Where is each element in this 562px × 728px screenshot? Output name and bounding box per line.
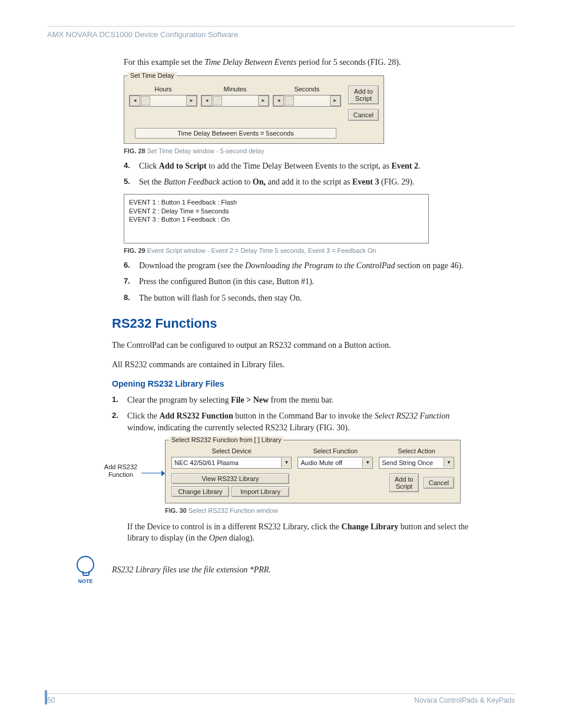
time-delay-summary: Time Delay Between Events = 5seconds xyxy=(135,128,336,139)
fig30-side-label: Add RS232 Function xyxy=(100,440,141,479)
event-line: EVENT 2 : Delay Time = 5seconds xyxy=(129,207,424,216)
step-list-c: 1.Clear the program by selecting File > … xyxy=(112,394,471,434)
page-number: 50 xyxy=(47,696,55,704)
event-line: EVENT 3 : Button 1 Feedback : On xyxy=(129,215,424,224)
section-title-rs232: RS232 Functions xyxy=(112,316,471,331)
chevron-down-icon[interactable]: ▼ xyxy=(444,458,454,467)
fig30-window: Select RS232 Function from [ ] Library S… xyxy=(165,440,461,503)
note-text: RS232 Library files use the file extensi… xyxy=(112,565,271,575)
footer-doc-title: Novara ControlPads & KeyPads xyxy=(414,696,515,704)
import-library-button[interactable]: Import Library xyxy=(232,486,289,497)
seconds-scroll[interactable]: ◄ ► xyxy=(273,95,341,107)
left-arrow-icon[interactable]: ◄ xyxy=(201,95,212,106)
step-list-b: 6.Download the program (see the Download… xyxy=(124,260,471,304)
change-library-button[interactable]: Change Library xyxy=(171,486,229,497)
subsection-title-opening: Opening RS232 Library Files xyxy=(112,379,471,388)
fig28-window: Set Time Delay Hours ◄ ► Minutes ◄ ► S xyxy=(124,75,384,144)
fig30-caption: FIG. 30 Select RS232 Function window xyxy=(165,507,471,514)
add-to-script-button[interactable]: Add to Script xyxy=(389,473,419,492)
hours-scroll[interactable]: ◄ ► xyxy=(129,95,197,107)
left-arrow-icon[interactable]: ◄ xyxy=(130,95,140,106)
note-icon: NOTE xyxy=(77,556,94,584)
cancel-button[interactable]: Cancel xyxy=(348,109,379,121)
select-action-label: Select Action xyxy=(379,447,454,454)
event-line: EVENT 1 : Button 1 Feedback : Flash xyxy=(129,198,424,207)
add-to-script-button[interactable]: Add to Script xyxy=(348,85,379,104)
select-device-label: Select Device xyxy=(171,447,292,454)
select-device-dropdown[interactable]: NEC 42/50/61 Plasma▼ xyxy=(171,457,292,469)
rs232-p2: All RS232 commands are contained in Libr… xyxy=(112,359,471,371)
select-function-label: Select Function xyxy=(297,447,373,454)
rs232-p1: The ControlPad can be configured to outp… xyxy=(112,340,471,351)
fig28-caption: FIG. 28 Set Time Delay window - 5-second… xyxy=(124,147,471,154)
chevron-down-icon[interactable]: ▼ xyxy=(281,458,291,467)
left-arrow-icon[interactable]: ◄ xyxy=(273,95,284,106)
right-arrow-icon[interactable]: ► xyxy=(258,95,269,106)
minutes-label: Minutes xyxy=(201,85,269,93)
fig29-caption: FIG. 29 Event Script window - Event 2 = … xyxy=(124,247,471,254)
step-list-a: 4.Click Add to Script to add the Time De… xyxy=(124,160,471,188)
after-fig30-paragraph: If the Device to control is in a differe… xyxy=(127,521,471,544)
chevron-down-icon[interactable]: ▼ xyxy=(362,458,372,467)
fig29-window: EVENT 1 : Button 1 Feedback : Flash EVEN… xyxy=(124,194,429,243)
hours-label: Hours xyxy=(129,85,197,93)
seconds-label: Seconds xyxy=(273,85,341,93)
fig28-group-label: Set Time Delay xyxy=(128,72,177,79)
arrow-icon xyxy=(141,470,165,476)
minutes-scroll[interactable]: ◄ ► xyxy=(201,95,269,107)
intro-paragraph: For this example set the Time Delay Betw… xyxy=(124,57,471,68)
right-arrow-icon[interactable]: ► xyxy=(330,95,340,106)
right-arrow-icon[interactable]: ► xyxy=(186,95,197,106)
page-header: AMX NOVARA DCS1000 Device Configuration … xyxy=(47,30,515,39)
select-function-dropdown[interactable]: Audio Mute off▼ xyxy=(297,457,373,469)
cancel-button[interactable]: Cancel xyxy=(424,477,454,489)
fig30-group-label: Select RS232 Function from [ ] Library xyxy=(169,436,283,443)
view-library-button[interactable]: View RS232 Library xyxy=(171,473,289,484)
select-action-dropdown[interactable]: Send String Once▼ xyxy=(379,457,454,469)
